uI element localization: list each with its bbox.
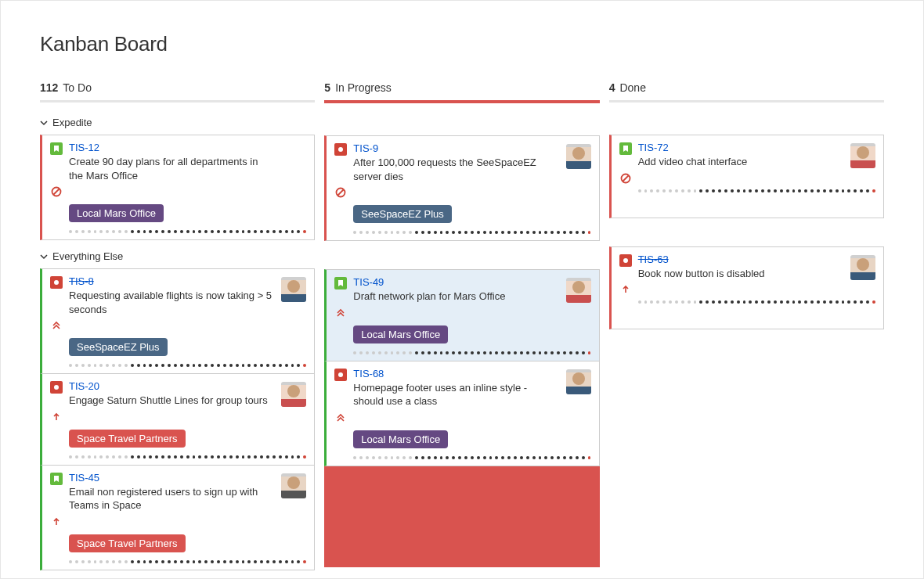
lane-toggle-expedite[interactable]: Expedite [40, 106, 315, 135]
high-priority-icon [619, 283, 632, 296]
story-icon [334, 277, 347, 290]
story-icon [50, 142, 63, 155]
column-name: To Do [63, 81, 92, 94]
column-limit-bar [609, 100, 884, 102]
assignee-avatar[interactable] [566, 144, 591, 169]
svg-line-6 [338, 190, 344, 196]
blocker-icon [334, 186, 347, 199]
days-in-column [638, 300, 875, 304]
issue-card[interactable]: TIS-45 Email non registered users to sig… [40, 465, 315, 570]
column-limit-bar [324, 100, 599, 103]
column-header: 5 In Progress [324, 81, 599, 100]
assignee-avatar[interactable] [850, 255, 875, 280]
svg-point-2 [54, 280, 59, 285]
issue-key: TIS-49 [353, 276, 505, 288]
epic-label[interactable]: SeeSpaceEZ Plus [353, 205, 452, 223]
assignee-avatar[interactable] [281, 277, 306, 302]
issue-key: TIS-20 [69, 380, 268, 392]
epic-label[interactable]: Space Travel Partners [69, 534, 186, 552]
svg-point-3 [54, 385, 59, 390]
issue-summary: Homepage footer uses an inline style - s… [353, 381, 557, 408]
bug-icon [334, 369, 347, 381]
epic-label[interactable]: Local Mars Office [353, 430, 448, 448]
issue-summary: Book now button is disabled [638, 267, 765, 281]
kanban-board: Kanban Board 112 To Do Expedite [0, 0, 924, 579]
bug-icon [619, 254, 632, 267]
story-icon [619, 142, 632, 155]
svg-point-4 [338, 147, 343, 152]
column-inprogress: 5 In Progress x TIS-9 After 100,000 requ… [324, 81, 599, 570]
issue-card[interactable]: TIS-63 Book now button is disabled [609, 246, 884, 330]
days-in-column [69, 455, 306, 459]
column-limit-bar [40, 100, 315, 102]
issue-key: TIS-9 [353, 142, 557, 154]
blocker-icon [50, 185, 63, 198]
column-header: 112 To Do [40, 81, 315, 100]
issue-key: TIS-68 [353, 368, 557, 379]
assignee-avatar[interactable] [566, 369, 591, 394]
highest-priority-icon [334, 412, 347, 424]
issue-card[interactable]: TIS-9 After 100,000 requests the SeeSpac… [324, 135, 599, 241]
issue-card[interactable]: TIS-8 Requesting available flights is no… [40, 268, 315, 374]
epic-label[interactable]: Space Travel Partners [69, 430, 186, 448]
lane-label: Expedite [52, 117, 92, 128]
page-title: Kanban Board [40, 32, 884, 56]
issue-card[interactable]: TIS-72 Add video chat interface [609, 135, 884, 218]
issue-card[interactable]: TIS-68 Homepage footer uses an inline st… [324, 361, 599, 466]
days-in-column [353, 231, 590, 234]
issue-summary: After 100,000 requests the SeeSpaceEZ se… [353, 156, 557, 183]
svg-point-10 [623, 258, 628, 263]
assignee-avatar[interactable] [281, 473, 306, 498]
issue-summary: Add video chat interface [638, 155, 747, 169]
column-count: 4 [609, 81, 615, 94]
epic-label[interactable]: Local Mars Office [69, 204, 164, 222]
highest-priority-icon [334, 307, 347, 319]
high-priority-icon [50, 516, 63, 528]
lane-label: Everything Else [52, 250, 123, 262]
blocker-icon [619, 172, 632, 185]
svg-line-9 [623, 175, 628, 181]
days-in-column [69, 560, 306, 563]
svg-line-1 [54, 189, 60, 195]
issue-key: TIS-12 [69, 142, 273, 153]
issue-key: TIS-63 [638, 254, 765, 265]
days-in-column [353, 351, 590, 354]
issue-summary: Requesting available flights is now taki… [69, 289, 273, 316]
issue-summary: Draft network plan for Mars Office [353, 290, 505, 304]
issue-summary: Engage Saturn Shuttle Lines for group to… [69, 394, 268, 408]
epic-label[interactable]: SeeSpaceEZ Plus [69, 338, 168, 356]
wip-limit-exceeded-area [324, 466, 599, 567]
column-name: Done [619, 81, 645, 94]
assignee-avatar[interactable] [850, 143, 875, 168]
issue-summary: Create 90 day plans for all departments … [69, 155, 273, 182]
days-in-column [638, 189, 875, 192]
days-in-column [353, 456, 590, 459]
issue-key: TIS-45 [69, 472, 273, 484]
columns: 112 To Do Expedite TIS-12 [40, 81, 884, 570]
column-count: 5 [324, 81, 330, 94]
issue-summary: Email non registered users to sign up wi… [69, 485, 273, 512]
issue-key: TIS-72 [638, 142, 747, 153]
bug-icon [334, 143, 347, 156]
lane-toggle-everything[interactable]: Everything Else [40, 239, 315, 268]
assignee-avatar[interactable] [281, 382, 306, 407]
column-todo: 112 To Do Expedite TIS-12 [40, 81, 315, 570]
column-count: 112 [40, 81, 58, 94]
column-header: 4 Done [609, 81, 884, 100]
issue-card[interactable]: TIS-20 Engage Saturn Shuttle Lines for g… [40, 373, 315, 466]
column-name: In Progress [335, 81, 392, 94]
bug-icon [50, 276, 63, 289]
assignee-avatar[interactable] [566, 278, 591, 303]
highest-priority-icon [50, 319, 63, 332]
chevron-down-icon [40, 253, 48, 261]
story-icon [50, 473, 63, 485]
issue-key: TIS-8 [69, 275, 273, 287]
svg-point-7 [338, 372, 343, 377]
bug-icon [50, 381, 63, 394]
issue-card[interactable]: TIS-12 Create 90 day plans for all depar… [40, 135, 315, 240]
days-in-column [69, 230, 306, 233]
column-done: 4 Done x TIS-72 Add video chat interface [609, 81, 884, 570]
epic-label[interactable]: Local Mars Office [353, 325, 448, 343]
high-priority-icon [50, 411, 63, 423]
issue-card[interactable]: TIS-49 Draft network plan for Mars Offic… [324, 269, 599, 361]
